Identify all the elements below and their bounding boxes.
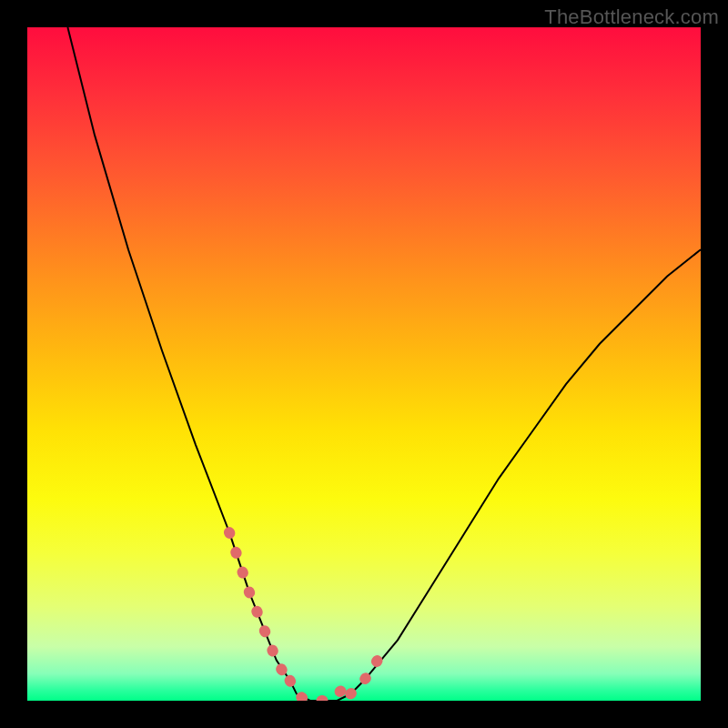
chart-container: TheBottleneck.com [0, 0, 728, 728]
watermark-text: TheBottleneck.com [544, 5, 719, 29]
plot-area [27, 27, 701, 701]
highlight-right [350, 651, 384, 693]
curve-svg [27, 27, 701, 701]
bottleneck-curve [67, 27, 701, 701]
highlight-left [229, 532, 290, 681]
